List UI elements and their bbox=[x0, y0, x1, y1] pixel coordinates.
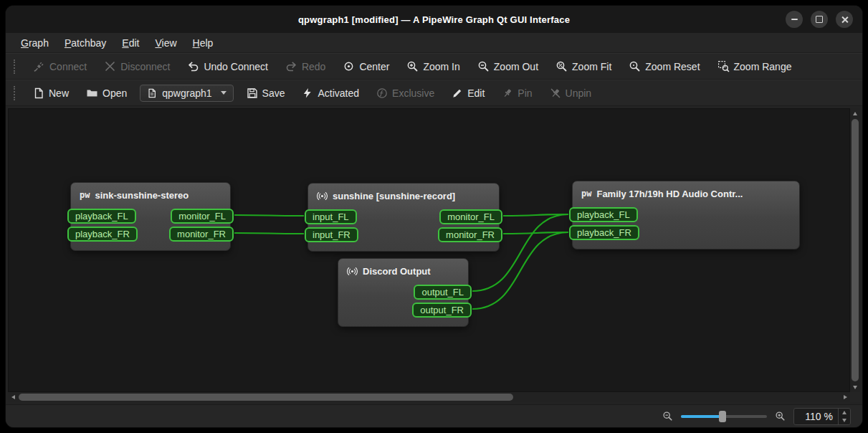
exclusive-toggle[interactable]: Exclusive bbox=[370, 84, 441, 103]
zoom-slider-fill bbox=[681, 415, 722, 418]
toolbar-drag-handle[interactable] bbox=[14, 60, 18, 74]
graph-node-sunshine[interactable]: sunshine [sunshine-record]input_FLmonito… bbox=[307, 183, 500, 252]
arrow-left-icon bbox=[11, 395, 15, 399]
zoom-reset-button[interactable]: Zoom Reset bbox=[622, 57, 706, 76]
center-label: Center bbox=[359, 61, 389, 72]
family-hd-audio-port-playback_FR[interactable]: playback_FR bbox=[569, 225, 639, 240]
connection-wire[interactable] bbox=[234, 215, 304, 216]
arrow-right-icon bbox=[844, 395, 847, 399]
sunshine-port-input_FR[interactable]: input_FR bbox=[305, 227, 358, 242]
menu-edit[interactable]: Edit bbox=[114, 34, 147, 52]
save-button[interactable]: Save bbox=[240, 84, 292, 103]
redo-button[interactable]: Redo bbox=[279, 57, 332, 76]
center-button[interactable]: Center bbox=[336, 57, 396, 76]
node-header: pwsink-sunshine-stereo bbox=[71, 183, 230, 209]
spinbox-arrows bbox=[838, 409, 850, 424]
zoom-fit-button[interactable]: Zoom Fit bbox=[549, 57, 618, 76]
pipewire-icon: pw bbox=[80, 190, 90, 201]
activated-toggle[interactable]: Activated bbox=[295, 84, 366, 103]
new-button[interactable]: New bbox=[27, 84, 75, 103]
window-controls bbox=[786, 11, 853, 28]
graph-node-family-hd-audio[interactable]: pwFamily 17h/19h HD Audio Contr...playba… bbox=[572, 181, 800, 249]
discord-output-port-output_FR[interactable]: output_FR bbox=[412, 303, 472, 318]
open-button[interactable]: Open bbox=[80, 83, 133, 103]
zoom-in-button[interactable]: Zoom In bbox=[400, 57, 466, 76]
menu-patchbay[interactable]: Patchbay bbox=[57, 34, 114, 52]
pin-label: Pin bbox=[518, 87, 532, 99]
pin-button[interactable]: Pin bbox=[495, 84, 538, 103]
zoom-slider-handle[interactable] bbox=[719, 411, 726, 422]
undo-icon bbox=[187, 60, 199, 72]
node-title: sunshine [sunshine-record] bbox=[333, 191, 455, 201]
arrow-up-icon bbox=[853, 112, 857, 115]
graph-canvas-area: pwsink-sunshine-stereoplayback_FLmonitor… bbox=[6, 106, 862, 404]
port-row: input_FLmonitor_FL bbox=[308, 209, 499, 224]
unpin-button[interactable]: Unpin bbox=[543, 84, 598, 103]
pipewire-icon: pw bbox=[581, 189, 591, 199]
edit-label: Edit bbox=[467, 87, 485, 99]
zoom-decrement-button[interactable] bbox=[839, 417, 850, 424]
patchbay-file-icon bbox=[147, 88, 157, 98]
menu-bar: Graph Patchbay Edit View Help bbox=[6, 33, 862, 53]
port-row: output_FL bbox=[338, 285, 468, 300]
zoom-out-button[interactable]: Zoom Out bbox=[471, 57, 545, 76]
scroll-up-button[interactable] bbox=[850, 108, 860, 118]
edit-pencil-icon bbox=[452, 87, 463, 99]
undo-connect-button[interactable]: Undo Connect bbox=[181, 57, 275, 76]
open-folder-icon bbox=[86, 87, 98, 99]
connect-button[interactable]: Connect bbox=[27, 57, 93, 76]
horizontal-scrollbar[interactable] bbox=[8, 392, 850, 402]
close-button[interactable] bbox=[836, 11, 853, 28]
sunshine-port-monitor_FR[interactable]: monitor_FR bbox=[438, 227, 502, 242]
toolbar-drag-handle[interactable] bbox=[14, 86, 18, 100]
sunshine-port-monitor_FL[interactable]: monitor_FL bbox=[439, 209, 502, 224]
minimize-button[interactable] bbox=[786, 11, 803, 28]
scroll-down-button[interactable] bbox=[850, 382, 860, 392]
activated-bolt-icon bbox=[302, 87, 313, 99]
family-hd-audio-port-playback_FL[interactable]: playback_FL bbox=[569, 207, 638, 222]
node-header: pwFamily 17h/19h HD Audio Contr... bbox=[573, 181, 799, 207]
menu-view[interactable]: View bbox=[147, 34, 184, 52]
edit-button[interactable]: Edit bbox=[445, 84, 491, 103]
zoom-fit-icon bbox=[555, 60, 568, 72]
zoom-spinbox[interactable]: 110 % bbox=[793, 408, 851, 425]
zoom-increment-button[interactable] bbox=[839, 409, 850, 417]
zoom-in-mini-icon[interactable] bbox=[775, 411, 786, 422]
disconnect-button[interactable]: Disconnect bbox=[97, 57, 176, 76]
vertical-scrollbar-thumb[interactable] bbox=[852, 119, 859, 381]
vertical-scrollbar[interactable] bbox=[850, 108, 860, 392]
sink-sunshine-stereo-port-playback_FR[interactable]: playback_FR bbox=[67, 227, 138, 242]
zoom-out-icon bbox=[477, 60, 490, 72]
zoom-slider[interactable] bbox=[681, 410, 767, 423]
title-bar: qpwgraph1 [modified] — A PipeWire Graph … bbox=[6, 6, 862, 33]
sunshine-port-input_FL[interactable]: input_FL bbox=[305, 209, 357, 224]
broadcast-icon bbox=[317, 191, 328, 204]
node-title: sink-sunshine-stereo bbox=[95, 190, 189, 201]
patchbay-file-combo[interactable]: qpwgraph1 bbox=[140, 85, 233, 102]
patchbay-toolbar: New Open qpwgraph1 Save Activated Exclus… bbox=[6, 80, 862, 106]
zoom-range-button[interactable]: Zoom Range bbox=[711, 57, 798, 76]
activated-label: Activated bbox=[318, 87, 359, 99]
sink-sunshine-stereo-port-playback_FL[interactable]: playback_FL bbox=[67, 209, 136, 224]
new-file-icon bbox=[33, 87, 44, 99]
sink-sunshine-stereo-port-monitor_FR[interactable]: monitor_FR bbox=[169, 227, 234, 242]
menu-help[interactable]: Help bbox=[185, 34, 221, 52]
close-icon bbox=[841, 16, 849, 24]
connection-wire[interactable] bbox=[234, 233, 304, 234]
zoom-out-mini-icon[interactable] bbox=[662, 411, 673, 422]
unpin-label: Unpin bbox=[566, 87, 592, 99]
maximize-button[interactable] bbox=[811, 11, 828, 28]
port-row: input_FRmonitor_FR bbox=[308, 227, 499, 242]
discord-output-port-output_FL[interactable]: output_FL bbox=[414, 285, 472, 300]
new-label: New bbox=[49, 87, 69, 99]
horizontal-scrollbar-thumb[interactable] bbox=[19, 394, 513, 401]
menu-graph[interactable]: Graph bbox=[13, 34, 57, 52]
scroll-right-button[interactable] bbox=[840, 392, 850, 402]
scroll-left-button[interactable] bbox=[8, 392, 18, 402]
arrow-down-icon bbox=[853, 386, 857, 389]
sink-sunshine-stereo-port-monitor_FL[interactable]: monitor_FL bbox=[171, 209, 234, 224]
graph-node-discord-output[interactable]: Discord Outputoutput_FLoutput_FR bbox=[338, 258, 469, 327]
graph-canvas[interactable]: pwsink-sunshine-stereoplayback_FLmonitor… bbox=[8, 108, 850, 392]
disconnect-icon bbox=[104, 60, 116, 72]
graph-node-sink-sunshine-stereo[interactable]: pwsink-sunshine-stereoplayback_FLmonitor… bbox=[70, 182, 231, 251]
